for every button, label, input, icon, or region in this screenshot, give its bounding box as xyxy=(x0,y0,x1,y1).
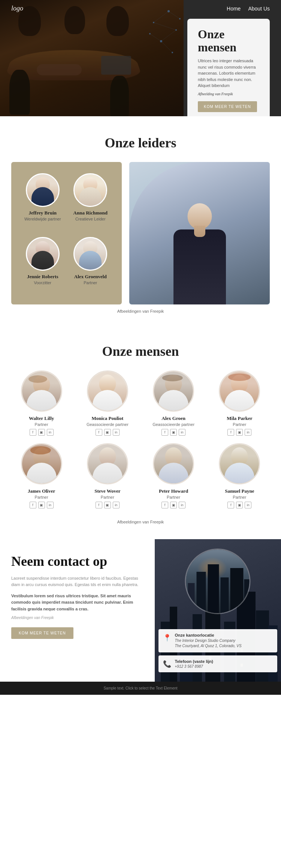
linkedin-icon-peter[interactable]: in xyxy=(179,502,185,508)
person-socials-james: f ▣ in xyxy=(11,502,72,508)
person-socials-monica: f ▣ in xyxy=(77,429,138,436)
svg-line-10 xyxy=(161,41,172,52)
linkedin-icon-monica[interactable]: in xyxy=(113,429,120,436)
hero-title: Onze mensen xyxy=(198,28,259,54)
people-grid: Walter Lilly Partner f ▣ in Monica Pouli… xyxy=(11,370,270,508)
avatar-mila xyxy=(219,370,260,412)
facebook-icon-james[interactable]: f xyxy=(30,502,36,508)
leader-name-jeffrey: Jeffrey Bruin xyxy=(22,210,63,216)
navigation: logo Home About Us xyxy=(0,0,281,17)
person-card-monica: Monica Pouliot Geassocieerde partner f ▣… xyxy=(77,370,138,436)
svg-line-8 xyxy=(154,22,176,30)
avatar-jennie xyxy=(26,237,60,271)
instagram-icon-steve[interactable]: ▣ xyxy=(104,502,111,508)
leaders-left-panel: Jeffrey Bruin Wereldwijde partner Anna R… xyxy=(11,162,122,304)
contact-section: Neem contact op Laoreet suspendisse inte… xyxy=(0,539,281,682)
person-card-mila: Mila Parker Partner f ▣ in xyxy=(209,370,270,436)
nav-about[interactable]: About Us xyxy=(248,6,270,12)
person-name-walter: Walter Lilly xyxy=(11,415,72,421)
location-icon: 📍 xyxy=(163,634,171,642)
facebook-icon-monica[interactable]: f xyxy=(96,429,102,436)
nav-home[interactable]: Home xyxy=(227,6,241,12)
instagram-icon-monica[interactable]: ▣ xyxy=(104,429,111,436)
person-role-peter: Partner xyxy=(143,495,204,499)
instagram-icon-mila[interactable]: ▣ xyxy=(236,429,243,436)
person-socials-samuel: f ▣ in xyxy=(209,502,270,508)
leader-card-anna: Anna Richmond Creatieve Leider xyxy=(70,173,111,229)
avatar-alex xyxy=(73,237,107,271)
linkedin-icon-james[interactable]: in xyxy=(47,502,54,508)
office-label: Onze kantoorlocatie xyxy=(175,633,242,637)
person-name-mila: Mila Parker xyxy=(209,415,270,421)
avatar-jeffrey xyxy=(26,173,60,207)
leaders-title: Onze leiders xyxy=(11,135,270,151)
instagram-icon[interactable]: ▣ xyxy=(38,429,45,436)
instagram-icon-peter[interactable]: ▣ xyxy=(170,502,177,508)
contact-desc2: Vestibulum lorem sed risus ultrices tris… xyxy=(11,593,143,613)
nav-links: Home About Us xyxy=(227,6,270,12)
linkedin-icon-mila[interactable]: in xyxy=(245,429,251,436)
leader-name-jennie: Jennie Roberts xyxy=(22,274,63,280)
person-role-monica: Geassocieerde partner xyxy=(77,422,138,427)
facebook-icon-peter[interactable]: f xyxy=(161,502,168,508)
hero-background xyxy=(0,0,184,116)
instagram-icon-alexgroen[interactable]: ▣ xyxy=(170,429,177,436)
facebook-icon[interactable]: f xyxy=(30,429,36,436)
avatar-steve xyxy=(87,443,128,484)
facebook-icon-mila[interactable]: f xyxy=(227,429,234,436)
leader-role-anna: Creatieve Leider xyxy=(70,217,111,221)
person-role-alexgroen: Geassocieerde partner xyxy=(143,422,204,427)
linkedin-icon-samuel[interactable]: in xyxy=(245,502,251,508)
facebook-icon-alexgroen[interactable]: f xyxy=(161,429,168,436)
linkedin-icon-alexgroen[interactable]: in xyxy=(179,429,185,436)
person-role-samuel: Partner xyxy=(209,495,270,499)
instagram-icon-samuel[interactable]: ▣ xyxy=(236,502,243,508)
leader-role-alex: Partner xyxy=(70,280,111,285)
linkedin-icon-steve[interactable]: in xyxy=(113,502,120,508)
info-boxes: 📍 Onze kantoorlocatie The Interior Desig… xyxy=(158,629,278,672)
leaders-right-panel xyxy=(129,162,270,304)
phone-icon: 📞 xyxy=(163,660,171,668)
leader-card-jennie: Jennie Roberts Voorzitter xyxy=(22,237,63,293)
office-text: The Interior Design Studio CompanyThe Co… xyxy=(175,638,242,649)
person-socials-walter: f ▣ in xyxy=(11,429,72,436)
leader-role-jennie: Voorzitter xyxy=(22,280,63,285)
person-socials-peter: f ▣ in xyxy=(143,502,204,508)
hero-cta-button[interactable]: KOM MEER TE WETEN xyxy=(198,101,257,112)
contact-desc1: Laoreet suspendisse interdum consectetur… xyxy=(11,575,143,588)
linkedin-icon[interactable]: in xyxy=(47,429,54,436)
leaders-grid: Jeffrey Bruin Wereldwijde partner Anna R… xyxy=(11,162,270,304)
person-card-steve: Steve Wover Partner f ▣ in xyxy=(77,443,138,508)
contact-freepik: Afbeeldingen van Freepik xyxy=(11,616,143,620)
leader-card-jeffrey: Jeffrey Bruin Wereldwijde partner xyxy=(22,173,63,229)
facebook-icon-steve[interactable]: f xyxy=(96,502,102,508)
person-name-peter: Peter Howard xyxy=(143,488,204,494)
person-name-samuel: Samuel Payne xyxy=(209,488,270,494)
leader-name-alex: Alex Groenveld xyxy=(70,274,111,280)
instagram-icon-james[interactable]: ▣ xyxy=(38,502,45,508)
svg-line-12 xyxy=(150,34,161,41)
leaders-section: Onze leiders Jeffrey Bruin Wereldwijde p… xyxy=(0,116,281,325)
leader-name-anna: Anna Richmond xyxy=(70,210,111,216)
leaders-freepik: Afbeeldingen van Freepik xyxy=(11,309,270,317)
contact-right: 📍 Onze kantoorlocatie The Interior Desig… xyxy=(155,539,281,682)
contact-cta-button[interactable]: KOM MEER TE WETEN xyxy=(11,627,73,639)
leader-role-jeffrey: Wereldwijde partner xyxy=(22,217,63,221)
person-name-alexgroen: Alex Groen xyxy=(143,415,204,421)
avatar-james xyxy=(21,443,62,484)
avatar-peter xyxy=(153,443,194,484)
person-name-monica: Monica Pouliot xyxy=(77,415,138,421)
logo: logo xyxy=(11,4,23,12)
facebook-icon-samuel[interactable]: f xyxy=(227,502,234,508)
person-socials-steve: f ▣ in xyxy=(77,502,138,508)
hero-description: Ultrices leo integer malesuada nunc vel … xyxy=(198,58,259,89)
person-name-steve: Steve Wover xyxy=(77,488,138,494)
person-card-alexgroen: Alex Groen Geassocieerde partner f ▣ in xyxy=(143,370,204,436)
person-role-walter: Partner xyxy=(11,422,72,427)
avatar-walter xyxy=(21,370,62,412)
mensen-title: Onze mensen xyxy=(11,343,270,359)
person-card-samuel: Samuel Payne Partner f ▣ in xyxy=(209,443,270,508)
city-circle xyxy=(185,549,251,614)
person-card-james: James Oliver Partner f ▣ in xyxy=(11,443,72,508)
mensen-section: Onze mensen Walter Lilly Partner f ▣ in xyxy=(0,325,281,535)
